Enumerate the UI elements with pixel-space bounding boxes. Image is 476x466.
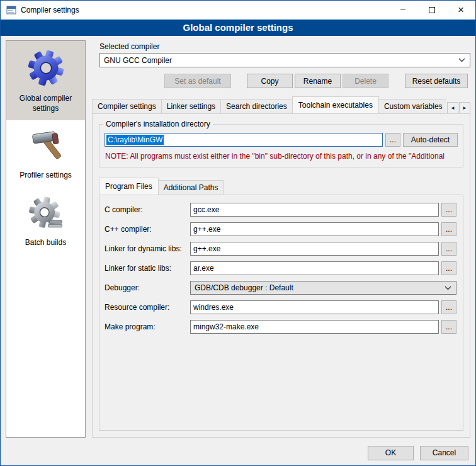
static-linker-input[interactable]	[190, 261, 439, 275]
minimize-icon: –	[400, 3, 405, 13]
reset-defaults-button[interactable]: Reset defaults	[405, 74, 468, 88]
debugger-select[interactable]: GDB/CDB debugger : Default	[190, 281, 456, 295]
chevron-down-icon	[445, 286, 451, 290]
dialog-header: Global compiler settings	[1, 20, 475, 36]
auto-detect-button[interactable]: Auto-detect	[403, 133, 458, 147]
window-title: Compiler settings	[21, 6, 79, 14]
tab-custom-variables[interactable]: Custom variables	[378, 99, 446, 113]
profiler-tool-icon	[28, 128, 64, 164]
installation-directory-group: Compiler's installation directory C:\ray…	[99, 124, 463, 168]
tabs-scroll-area: Compiler settings Linker settings Search…	[92, 96, 446, 113]
form-row-dynamic-linker: Linker for dynamic libs: ...	[105, 242, 456, 256]
tab-compiler-settings[interactable]: Compiler settings	[92, 99, 162, 113]
resource-compiler-label: Resource compiler:	[105, 303, 190, 312]
install-dir-input[interactable]: C:\raylib\MinGW	[105, 133, 383, 147]
debugger-label: Debugger:	[105, 283, 190, 292]
sidebar-item-label: Profiler settings	[20, 170, 72, 180]
set-as-default-button: Set as default	[164, 74, 231, 88]
installation-directory-group-title: Compiler's installation directory	[103, 120, 213, 128]
chevron-down-icon	[458, 58, 465, 62]
titlebar: Compiler settings – ×	[1, 1, 475, 20]
make-program-browse-button[interactable]: ...	[441, 320, 456, 334]
installation-directory-row: C:\raylib\MinGW ... Auto-detect	[105, 133, 458, 147]
make-program-input[interactable]	[190, 320, 439, 334]
c-compiler-input[interactable]	[190, 203, 439, 217]
gray-gear-icon	[28, 195, 64, 232]
static-linker-label: Linker for static libs:	[105, 264, 190, 273]
rename-button[interactable]: Rename	[295, 74, 341, 88]
dialog-body: Global compiler settings Profiler	[1, 36, 475, 440]
sidebar-item-label: Global compiler settings	[9, 93, 82, 113]
close-icon: ×	[458, 4, 464, 16]
form-row-resource-compiler: Resource compiler: ...	[105, 300, 456, 314]
dynamic-linker-label: Linker for dynamic libs:	[105, 244, 190, 253]
window-icon	[6, 5, 16, 15]
tab-toolchain-executables[interactable]: Toolchain executables	[292, 96, 379, 113]
static-linker-browse-button[interactable]: ...	[441, 261, 456, 275]
minimize-button[interactable]: –	[388, 1, 417, 20]
scroll-left-icon: ◄	[450, 105, 455, 111]
tab-scroll-buttons: ◄ ►	[447, 102, 470, 114]
selected-compiler-select[interactable]: GNU GCC Compiler	[99, 53, 470, 67]
blue-gear-icon	[26, 48, 65, 88]
bin-subdirectory-note: NOTE: All programs must exist either in …	[105, 152, 457, 161]
selected-compiler-value: GNU GCC Compiler	[104, 56, 455, 65]
maximize-button[interactable]	[417, 1, 446, 20]
debugger-value: GDB/CDB debugger : Default	[195, 283, 441, 292]
cancel-button[interactable]: Cancel	[420, 446, 468, 460]
sidebar-item-label: Batch builds	[25, 237, 66, 247]
sidebar: Global compiler settings Profiler	[6, 40, 86, 438]
tab-additional-paths[interactable]: Additional Paths	[158, 180, 224, 195]
compiler-actions: Set as default Copy Rename Delete Reset …	[99, 74, 468, 88]
main-tabstrip: Compiler settings Linker settings Search…	[92, 96, 470, 113]
compiler-settings-window: Compiler settings – × Global compiler se…	[0, 0, 476, 466]
maximize-icon	[429, 7, 435, 13]
form-row-c-compiler: C compiler: ...	[105, 203, 456, 217]
tab-program-files[interactable]: Program Files	[99, 178, 159, 195]
program-files-pane: C compiler: ... C++ compiler: ... Linker…	[99, 195, 463, 431]
cpp-compiler-browse-button[interactable]: ...	[441, 222, 456, 236]
scroll-right-icon: ►	[462, 105, 467, 111]
tab-linker-settings[interactable]: Linker settings	[161, 99, 221, 113]
sidebar-item-profiler-settings[interactable]: Profiler settings	[6, 120, 85, 187]
selected-compiler-label: Selected compiler	[99, 42, 470, 51]
delete-button: Delete	[343, 74, 388, 88]
form-row-static-linker: Linker for static libs: ...	[105, 261, 456, 275]
install-dir-value: C:\raylib\MinGW	[106, 135, 164, 145]
c-compiler-browse-button[interactable]: ...	[441, 203, 456, 217]
sidebar-item-batch-builds[interactable]: Batch builds	[6, 188, 85, 254]
cpp-compiler-input[interactable]	[190, 222, 439, 236]
window-controls: – ×	[388, 1, 475, 20]
program-files-section: Program Files Additional Paths C compile…	[99, 176, 463, 431]
form-row-debugger: Debugger: GDB/CDB debugger : Default	[105, 281, 456, 295]
dynamic-linker-input[interactable]	[190, 242, 439, 256]
tab-search-directories[interactable]: Search directories	[220, 99, 293, 113]
tab-scroll-right-button[interactable]: ►	[459, 102, 470, 114]
resource-compiler-browse-button[interactable]: ...	[441, 300, 456, 314]
dynamic-linker-browse-button[interactable]: ...	[441, 242, 456, 256]
ok-button[interactable]: OK	[368, 446, 414, 460]
form-row-cpp-compiler: C++ compiler: ...	[105, 222, 456, 236]
copy-button[interactable]: Copy	[247, 74, 293, 88]
resource-compiler-input[interactable]	[190, 300, 439, 314]
cpp-compiler-label: C++ compiler:	[105, 225, 190, 234]
form-row-make-program: Make program: ...	[105, 320, 456, 334]
dialog-footer: OK Cancel	[1, 440, 475, 465]
tab-scroll-left-button[interactable]: ◄	[447, 102, 458, 114]
sub-tabs-scroll-area: Program Files Additional Paths	[99, 177, 463, 195]
c-compiler-label: C compiler:	[105, 205, 190, 214]
toolchain-executables-pane: Compiler's installation directory C:\ray…	[92, 113, 470, 438]
install-dir-browse-button[interactable]: ...	[385, 133, 400, 147]
make-program-label: Make program:	[105, 322, 190, 331]
sidebar-item-global-compiler-settings[interactable]: Global compiler settings	[6, 41, 85, 120]
sub-tabstrip: Program Files Additional Paths	[99, 177, 463, 195]
close-button[interactable]: ×	[446, 1, 475, 20]
main-panel: Selected compiler GNU GCC Compiler Set a…	[92, 40, 470, 438]
